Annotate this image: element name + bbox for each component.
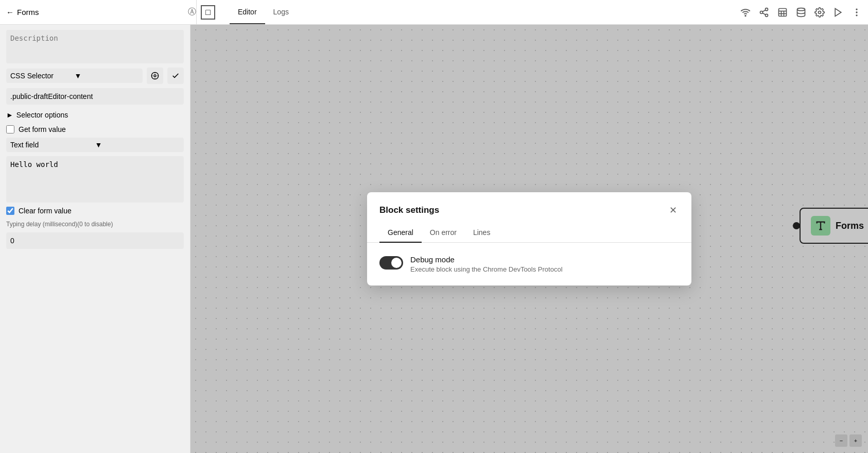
selector-row: CSS Selector ▼: [6, 68, 184, 84]
selector-options-label: Selector options: [16, 111, 68, 119]
modal-title: Block settings: [379, 205, 439, 215]
modal-tabs: General On error Lines: [367, 224, 691, 243]
svg-point-0: [745, 15, 746, 16]
text-field-value-input[interactable]: Hello world: [6, 156, 184, 203]
modal-body: Debug mode Execute block using the Chrom…: [367, 243, 691, 286]
modal-close-button[interactable]: ✕: [667, 203, 679, 218]
topbar: ← Forms Ⓐ □ Editor Logs: [0, 0, 868, 25]
typing-delay-input[interactable]: [6, 232, 184, 249]
svg-point-15: [856, 12, 857, 13]
tab-editor[interactable]: Editor: [230, 0, 265, 24]
selector-options-toggle[interactable]: ► Selector options: [6, 109, 184, 121]
layout-icon[interactable]: □: [201, 5, 215, 20]
clear-form-value-checkbox[interactable]: [6, 207, 14, 215]
settings-icon[interactable]: [814, 7, 825, 18]
description-field[interactable]: [6, 30, 184, 63]
back-button[interactable]: ← Forms: [6, 8, 39, 16]
modal-header: Block settings ✕: [367, 192, 691, 218]
svg-line-4: [762, 13, 766, 14]
modal-tab-general[interactable]: General: [379, 224, 422, 243]
text-field-dropdown[interactable]: Text field ▼: [6, 138, 184, 152]
svg-line-5: [762, 10, 766, 11]
svg-rect-6: [779, 8, 787, 16]
chevron-down-icon: ▼: [75, 72, 139, 80]
svg-point-16: [856, 15, 857, 16]
database-icon[interactable]: [796, 7, 806, 18]
debug-mode-toggle[interactable]: [379, 256, 403, 270]
modal-tab-lines[interactable]: Lines: [465, 224, 498, 243]
get-form-value-row[interactable]: Get form value: [6, 125, 184, 133]
table-icon[interactable]: [777, 7, 788, 18]
svg-point-1: [766, 8, 768, 10]
canvas: Forms Block settings ✕ General On error …: [190, 25, 868, 453]
css-selector-dropdown[interactable]: CSS Selector ▼: [6, 69, 143, 83]
svg-point-18: [154, 75, 156, 77]
clear-form-value-row[interactable]: Clear form value: [6, 207, 184, 215]
play-icon[interactable]: [833, 7, 843, 18]
modal-overlay: Block settings ✕ General On error Lines: [190, 25, 868, 453]
modal-tab-onerror[interactable]: On error: [422, 224, 465, 243]
sidebar: CSS Selector ▼ ► Selector options Get fo…: [0, 25, 190, 453]
info-icon[interactable]: Ⓐ: [188, 7, 196, 18]
css-selector-value-input[interactable]: [6, 88, 184, 105]
broadcast-icon[interactable]: [740, 7, 751, 18]
page-title: Forms: [17, 8, 39, 16]
clear-form-value-label: Clear form value: [19, 207, 72, 215]
block-settings-modal: Block settings ✕ General On error Lines: [367, 192, 691, 286]
svg-point-2: [760, 11, 763, 13]
share-icon[interactable]: [759, 7, 769, 18]
debug-mode-row: Debug mode Execute block using the Chrom…: [379, 255, 679, 273]
text-field-label: Text field: [10, 141, 95, 149]
svg-point-14: [856, 9, 857, 10]
svg-marker-13: [835, 8, 841, 16]
topbar-left: ← Forms Ⓐ: [6, 0, 197, 24]
svg-point-3: [766, 14, 768, 16]
svg-point-12: [819, 11, 821, 13]
debug-mode-text: Debug mode Execute block using the Chrom…: [410, 255, 563, 273]
chevron-right-icon: ►: [6, 111, 13, 119]
css-selector-label: CSS Selector: [10, 72, 75, 80]
topbar-tabs: Editor Logs: [223, 0, 736, 24]
debug-mode-title: Debug mode: [410, 255, 563, 264]
main-layout: CSS Selector ▼ ► Selector options Get fo…: [0, 25, 868, 453]
tab-logs[interactable]: Logs: [265, 0, 297, 24]
back-arrow-icon: ←: [6, 8, 14, 16]
svg-point-11: [797, 8, 805, 10]
debug-mode-desc: Execute block using the Chrome DevTools …: [410, 265, 563, 273]
get-form-value-checkbox[interactable]: [6, 125, 14, 133]
topbar-right: [740, 7, 862, 18]
target-icon[interactable]: [147, 68, 163, 84]
get-form-value-label: Get form value: [19, 125, 66, 133]
toggle-slider: [379, 256, 403, 270]
more-icon[interactable]: [852, 7, 862, 18]
chevron-down-icon-2: ▼: [95, 141, 180, 149]
typing-delay-label: Typing delay (millisecond)(0 to disable): [6, 219, 184, 228]
check-icon[interactable]: [167, 68, 184, 84]
